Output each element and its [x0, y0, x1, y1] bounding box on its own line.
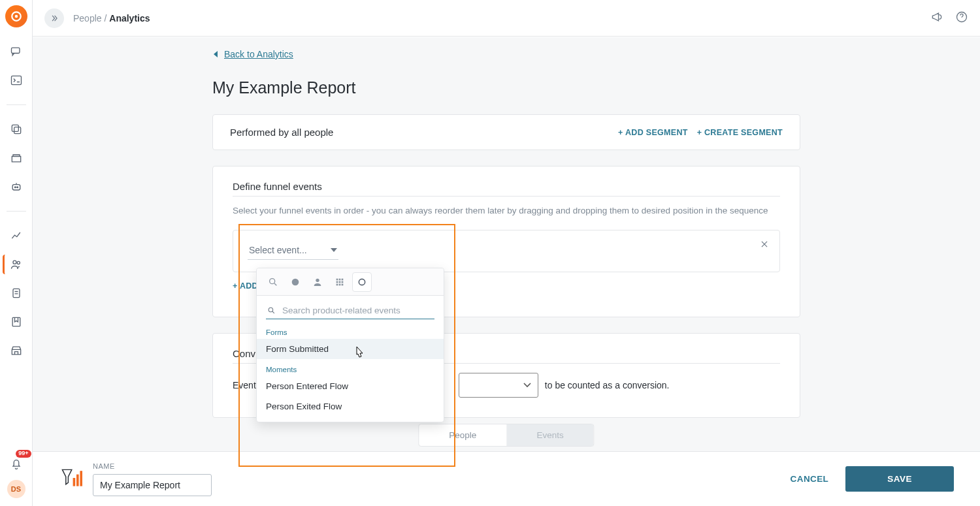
main-canvas: Back to Analytics My Example Report Perf…: [33, 37, 980, 451]
event-group-moments: Moments: [257, 359, 444, 376]
svg-rect-6: [12, 185, 20, 190]
svg-rect-28: [73, 478, 76, 486]
svg-point-27: [269, 308, 273, 312]
svg-rect-23: [336, 283, 338, 285]
event-tab-person-icon[interactable]: [308, 272, 327, 292]
event-category-tabs: [257, 268, 444, 296]
svg-rect-2: [11, 48, 20, 53]
notifications-icon[interactable]: 99+: [4, 454, 29, 473]
svg-point-26: [359, 279, 365, 285]
add-segment-link[interactable]: + ADD SEGMENT: [618, 128, 688, 137]
svg-point-9: [13, 261, 16, 264]
svg-rect-22: [342, 281, 344, 283]
svg-point-14: [270, 278, 275, 283]
svg-rect-20: [336, 281, 338, 283]
svg-rect-17: [336, 278, 338, 280]
event-tab-search-icon[interactable]: [263, 272, 283, 292]
left-nav-rail: 99+ DS: [0, 0, 33, 506]
svg-rect-29: [76, 475, 79, 486]
page-header: People / Analytics: [33, 0, 980, 37]
event-search-input[interactable]: [281, 305, 433, 316]
event-selector-popover: Forms Form Submitted Moments Person Ente…: [256, 268, 444, 422]
svg-rect-4: [12, 125, 18, 131]
breadcrumb: People / Analytics: [73, 13, 150, 24]
save-button[interactable]: SAVE: [845, 466, 954, 492]
conversion-prefix: Event: [233, 380, 256, 390]
divider: [233, 196, 780, 197]
conversion-suffix: to be counted as a conversion.: [545, 380, 670, 390]
cancel-button[interactable]: CANCEL: [791, 474, 829, 484]
announce-icon[interactable]: [930, 10, 943, 25]
search-icon: [267, 306, 276, 315]
tab-people[interactable]: People: [419, 424, 506, 446]
svg-rect-19: [342, 278, 344, 280]
nav-bot-icon[interactable]: [4, 177, 29, 197]
event-item-person-entered-flow[interactable]: Person Entered Flow: [257, 376, 444, 396]
notification-badge: 99+: [16, 450, 31, 458]
nav-people-icon[interactable]: [3, 255, 27, 274]
nav-layers-icon[interactable]: [4, 119, 29, 139]
svg-rect-25: [342, 283, 344, 285]
caret-down-icon: [331, 248, 337, 252]
nav-doc-icon[interactable]: [4, 283, 29, 303]
svg-rect-21: [339, 281, 341, 283]
svg-rect-5: [14, 127, 20, 134]
event-tab-product-icon[interactable]: [352, 272, 372, 292]
page-footer: NAME CANCEL SAVE: [33, 451, 980, 506]
sidebar-toggle[interactable]: [44, 8, 64, 28]
svg-rect-24: [339, 283, 341, 285]
breadcrumb-current: Analytics: [109, 13, 150, 24]
help-icon[interactable]: [955, 10, 968, 25]
funnel-description: Select your funnel events in order - you…: [233, 206, 780, 215]
nav-box-icon[interactable]: [4, 148, 29, 168]
create-segment-link[interactable]: + CREATE SEGMENT: [697, 128, 783, 137]
svg-point-7: [14, 187, 16, 188]
remove-event-icon[interactable]: [760, 240, 769, 251]
event-search: [266, 302, 434, 319]
tab-events[interactable]: Events: [506, 424, 593, 446]
event-item-form-submitted[interactable]: Form Submitted: [257, 339, 444, 359]
svg-rect-30: [80, 471, 82, 486]
event-tab-globe-icon[interactable]: [286, 272, 305, 292]
svg-rect-18: [339, 278, 341, 280]
nav-bookmark-icon[interactable]: [4, 312, 29, 332]
report-title: My Example Report: [212, 78, 800, 97]
nav-analytics-icon[interactable]: [4, 226, 29, 245]
svg-point-8: [16, 187, 18, 188]
nav-store-icon[interactable]: [4, 341, 29, 360]
svg-rect-3: [11, 76, 21, 84]
name-label: NAME: [93, 462, 212, 470]
funnel-section-title: Define funnel events: [233, 181, 780, 192]
report-name-input[interactable]: [93, 474, 212, 496]
app-logo[interactable]: [5, 5, 27, 27]
event-group-forms: Forms: [257, 322, 444, 339]
svg-point-10: [17, 261, 20, 264]
event-item-person-exited-flow[interactable]: Person Exited Flow: [257, 396, 444, 417]
select-event-dropdown[interactable]: Select event...: [248, 242, 338, 260]
funnel-event-row: Select event...: [233, 230, 780, 272]
nav-terminal-icon[interactable]: [4, 71, 29, 90]
funnel-report-icon: [59, 466, 82, 492]
svg-point-16: [316, 278, 319, 281]
breadcrumb-parent[interactable]: People: [73, 13, 102, 24]
svg-point-15: [292, 278, 299, 285]
rail-divider: [7, 211, 26, 212]
conversion-window-select[interactable]: [459, 373, 538, 398]
chevron-down-icon: [523, 383, 531, 388]
rail-divider: [7, 104, 26, 105]
nav-conversations-icon[interactable]: [4, 42, 29, 61]
performed-card: Performed by all people + ADD SEGMENT + …: [212, 114, 800, 150]
view-toggle: People Events: [418, 424, 594, 447]
back-to-analytics-link[interactable]: Back to Analytics: [212, 49, 293, 59]
performed-text: Performed by all people: [230, 127, 333, 138]
svg-rect-12: [12, 317, 20, 326]
event-tab-apps-icon[interactable]: [330, 272, 350, 292]
svg-rect-11: [13, 289, 20, 297]
svg-point-1: [14, 15, 18, 18]
user-avatar[interactable]: DS: [7, 480, 25, 498]
